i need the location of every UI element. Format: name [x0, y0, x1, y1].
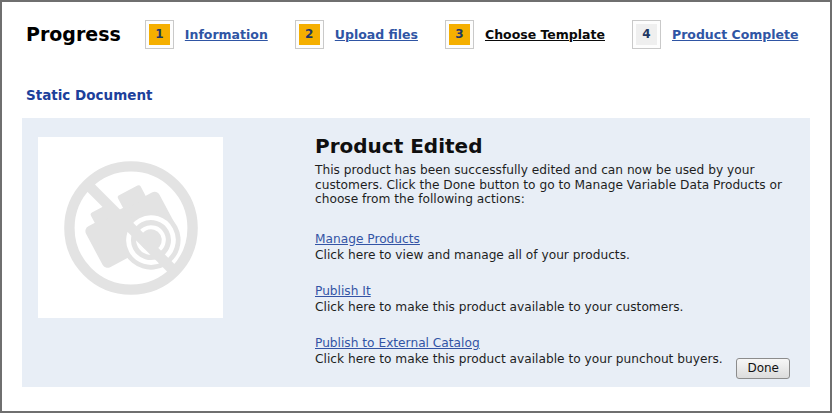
result-heading: Product Edited [315, 134, 807, 158]
step-number-box: 2 [295, 20, 324, 49]
step-number: 4 [636, 24, 657, 45]
progress-step-product-complete: 4 Product Complete [632, 20, 798, 49]
action-publish-it: Publish It Click here to make this produ… [315, 280, 807, 315]
action-publish-external-catalog: Publish to External Catalog Click here t… [315, 332, 807, 367]
content-panel: Product Edited This product has been suc… [22, 118, 810, 387]
no-camera-icon [55, 152, 207, 304]
step-number: 1 [149, 24, 170, 45]
step-number: 3 [449, 24, 470, 45]
step-link-product-complete[interactable]: Product Complete [672, 27, 798, 42]
step-link-upload-files[interactable]: Upload files [335, 27, 418, 42]
publish-it-link[interactable]: Publish It [315, 284, 371, 298]
action-list: Manage Products Click here to view and m… [315, 228, 807, 367]
action-description: Click here to make this product availabl… [315, 352, 807, 367]
step-number-box: 1 [145, 20, 174, 49]
step-link-choose-template[interactable]: Choose Template [485, 27, 605, 42]
action-description: Click here to view and manage all of you… [315, 248, 807, 263]
product-thumbnail-placeholder [38, 137, 223, 318]
manage-products-link[interactable]: Manage Products [315, 232, 420, 246]
step-number: 2 [299, 24, 320, 45]
step-number-box: 3 [445, 20, 474, 49]
action-description: Click here to make this product availabl… [315, 300, 807, 315]
step-number-box: 4 [632, 20, 661, 49]
progress-title: Progress [26, 23, 121, 45]
result-content: Product Edited This product has been suc… [315, 134, 807, 384]
step-link-information[interactable]: Information [185, 27, 268, 42]
progress-step-information: 1 Information [145, 20, 268, 49]
progress-step-choose-template: 3 Choose Template [445, 20, 605, 49]
wizard-window: Progress 1 Information 2 Upload files 3 … [0, 0, 832, 413]
section-title: Static Document [26, 87, 830, 103]
progress-step-upload-files: 2 Upload files [295, 20, 418, 49]
result-description: This product has been successfully edite… [315, 163, 807, 207]
progress-bar: Progress 1 Information 2 Upload files 3 … [26, 18, 830, 50]
done-button[interactable]: Done [736, 358, 790, 379]
publish-external-catalog-link[interactable]: Publish to External Catalog [315, 336, 480, 350]
action-manage-products: Manage Products Click here to view and m… [315, 228, 807, 263]
